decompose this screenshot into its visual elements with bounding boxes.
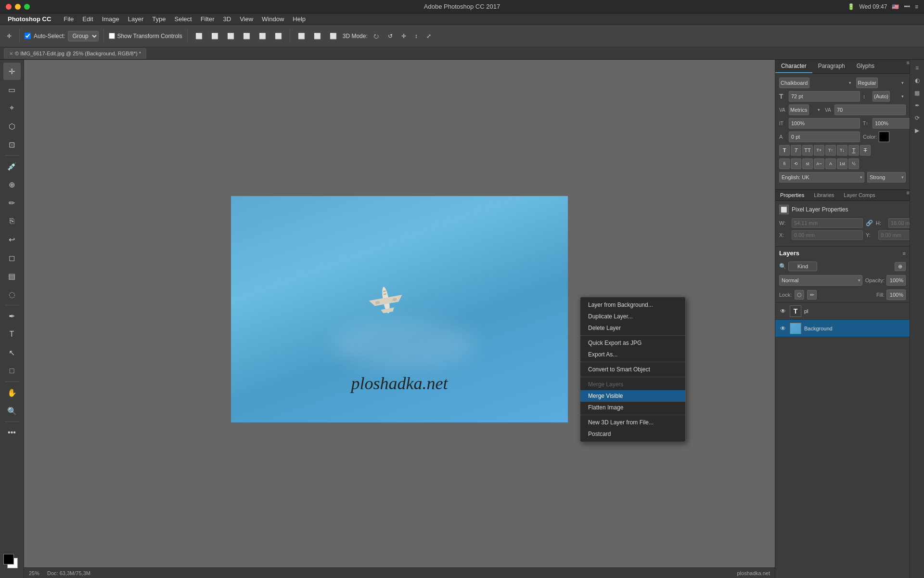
canvas-image[interactable]: ploshadka.net bbox=[231, 196, 568, 422]
gradient-tool[interactable]: ▤ bbox=[3, 267, 21, 285]
move-tool-btn[interactable]: ✛ bbox=[4, 29, 14, 43]
x-input[interactable] bbox=[792, 230, 863, 240]
lock-transparent-btn[interactable]: ⬡ bbox=[795, 290, 804, 300]
all-caps-btn[interactable]: TT bbox=[802, 145, 813, 156]
layer-vis-icon-text[interactable]: 👁 bbox=[779, 307, 787, 315]
layer-filter-btn[interactable]: ⊕ bbox=[895, 262, 906, 271]
menu-layer[interactable]: Layer bbox=[124, 14, 148, 24]
crop-tool[interactable]: ⊡ bbox=[3, 136, 21, 153]
zoom-tool[interactable]: 🔍 bbox=[3, 402, 21, 420]
ctx-postcard[interactable]: Postcard bbox=[580, 428, 685, 440]
maximize-button[interactable] bbox=[24, 4, 30, 10]
anti-alias-select[interactable]: Strong Smooth Crisp Sharp None bbox=[867, 172, 906, 183]
auto-select-checkbox[interactable] bbox=[25, 33, 31, 39]
type-tool[interactable]: T bbox=[3, 326, 21, 343]
tab-layer-comps[interactable]: Layer Comps bbox=[839, 190, 880, 200]
blend-mode-select[interactable]: Normal Multiply Screen Overlay bbox=[779, 275, 862, 286]
color-swatches[interactable] bbox=[3, 554, 21, 571]
discretionary-btn[interactable]: st bbox=[802, 158, 813, 169]
align-center-btn[interactable]: ⬜ bbox=[208, 29, 221, 43]
kerning-select[interactable]: Metrics bbox=[789, 105, 809, 115]
layer-item-background[interactable]: 👁 Background bbox=[775, 320, 910, 337]
tab-libraries[interactable]: Libraries bbox=[809, 190, 839, 200]
tracking-input[interactable] bbox=[834, 105, 906, 115]
menu-edit[interactable]: Edit bbox=[78, 14, 97, 24]
paths-mini-icon[interactable]: ✒ bbox=[912, 100, 923, 111]
ctx-merge-visible[interactable]: Merge Visible bbox=[580, 390, 685, 402]
history-mini-icon[interactable]: ⟳ bbox=[912, 113, 923, 123]
menu-3d[interactable]: 3D bbox=[219, 14, 235, 24]
3d-slide-btn[interactable]: ↕ bbox=[412, 29, 421, 43]
auto-select-dropdown[interactable]: Group Layer bbox=[68, 31, 99, 41]
history-brush-tool[interactable]: ↩ bbox=[3, 231, 21, 248]
font-family-select[interactable]: Chalkboard bbox=[779, 78, 809, 88]
italic-btn[interactable]: T bbox=[791, 145, 801, 156]
actions-mini-icon[interactable]: ▶ bbox=[912, 125, 923, 136]
align-bottom-btn[interactable]: ⬜ bbox=[272, 29, 285, 43]
small-caps-btn[interactable]: T+ bbox=[814, 145, 824, 156]
font-style-select[interactable]: Regular bbox=[856, 78, 878, 88]
text-color-swatch[interactable] bbox=[879, 131, 889, 142]
pen-tool[interactable]: ✒ bbox=[3, 307, 21, 325]
ctx-layer-from-background[interactable]: Layer from Background... bbox=[580, 299, 685, 311]
ctx-convert-smart-object[interactable]: Convert to Smart Object bbox=[580, 364, 685, 375]
subscript-btn[interactable]: T↓ bbox=[837, 145, 847, 156]
traffic-lights[interactable] bbox=[6, 4, 30, 10]
ctx-flatten-image[interactable]: Flatten Image bbox=[580, 402, 685, 413]
scale-h-input[interactable] bbox=[789, 118, 860, 129]
shape-tool[interactable]: □ bbox=[3, 362, 21, 380]
foreground-color-swatch[interactable] bbox=[3, 554, 14, 565]
lock-image-btn[interactable]: ✏ bbox=[807, 290, 817, 300]
close-button[interactable] bbox=[6, 4, 12, 10]
menu-select[interactable]: Select bbox=[170, 14, 195, 24]
leading-select[interactable]: (Auto) bbox=[873, 91, 890, 102]
lasso-tool[interactable]: ⌖ bbox=[3, 99, 21, 117]
channels-mini-icon[interactable]: ▦ bbox=[912, 88, 923, 98]
tab-character[interactable]: Character bbox=[775, 60, 812, 73]
stamp-tool[interactable]: ⎘ bbox=[3, 212, 21, 230]
document-tab[interactable]: ✕ © IMG_6617-Edit.jpg @ 25% (Background,… bbox=[4, 48, 146, 59]
eraser-tool[interactable]: ◻ bbox=[3, 249, 21, 266]
align-left-btn[interactable]: ⬜ bbox=[192, 29, 205, 43]
ctx-new-3d-layer[interactable]: New 3D Layer from File... bbox=[580, 417, 685, 428]
layers-mini-icon[interactable]: ≡ bbox=[912, 63, 923, 73]
distribute-right-btn[interactable]: ⬜ bbox=[327, 29, 340, 43]
minimize-button[interactable] bbox=[15, 4, 21, 10]
superscript-btn[interactable]: T↑ bbox=[825, 145, 836, 156]
3d-pan-btn[interactable]: ✛ bbox=[398, 29, 409, 43]
bold-btn[interactable]: T bbox=[779, 145, 790, 156]
blur-tool[interactable]: ◌ bbox=[3, 286, 21, 303]
app-name-menu[interactable]: Photoshop CC bbox=[4, 14, 55, 24]
align-top-btn[interactable]: ⬜ bbox=[240, 29, 253, 43]
ctx-duplicate-layer[interactable]: Duplicate Layer... bbox=[580, 311, 685, 322]
tab-paragraph[interactable]: Paragraph bbox=[812, 60, 851, 73]
marquee-tool[interactable]: ▭ bbox=[3, 81, 21, 98]
move-tool[interactable]: ✛ bbox=[3, 63, 21, 80]
ordinals-btn[interactable]: 1st bbox=[837, 158, 847, 169]
layer-vis-icon-bg[interactable]: 👁 bbox=[779, 325, 787, 332]
path-select-tool[interactable]: ↖ bbox=[3, 344, 21, 361]
menu-file[interactable]: File bbox=[60, 14, 77, 24]
more-tools-btn[interactable]: ••• bbox=[3, 424, 21, 441]
opacity-input[interactable] bbox=[886, 275, 906, 286]
fractions-btn[interactable]: ½ bbox=[848, 158, 859, 169]
link-icon[interactable]: 🔗 bbox=[866, 220, 873, 226]
tab-glyphs[interactable]: Glyphs bbox=[851, 60, 880, 73]
font-size-input[interactable] bbox=[789, 91, 860, 102]
quick-select-tool[interactable]: ⬡ bbox=[3, 118, 21, 135]
contextual-btn[interactable]: ⟲ bbox=[791, 158, 801, 169]
brush-tool[interactable]: ✏ bbox=[3, 194, 21, 211]
ctx-delete-layer[interactable]: Delete Layer bbox=[580, 322, 685, 334]
menu-type[interactable]: Type bbox=[148, 14, 169, 24]
language-select[interactable]: English: UK English: US bbox=[779, 172, 864, 183]
menu-filter[interactable]: Filter bbox=[197, 14, 218, 24]
menu-help[interactable]: Help bbox=[289, 14, 309, 24]
3d-rotate-btn[interactable]: ⭮ bbox=[371, 29, 382, 43]
layers-collapse-icon[interactable]: ≡ bbox=[903, 250, 906, 256]
tab-close[interactable]: ✕ bbox=[9, 51, 13, 56]
old-style-btn[interactable]: A bbox=[825, 158, 836, 169]
show-transform-label[interactable]: Show Transform Controls bbox=[109, 33, 182, 39]
w-input[interactable] bbox=[792, 218, 863, 228]
3d-scale-btn[interactable]: ⤢ bbox=[424, 29, 434, 43]
eyedropper-tool[interactable]: 💉 bbox=[3, 158, 21, 175]
